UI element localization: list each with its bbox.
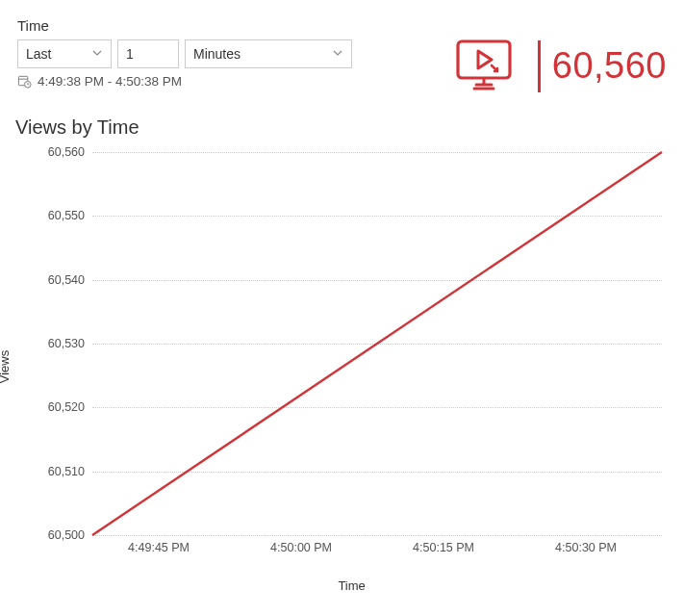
count-value: 1: [126, 46, 134, 62]
time-range-line: 4:49:38 PM - 4:50:38 PM: [17, 74, 352, 89]
line-series: [37, 144, 666, 568]
range-mode-value: Last: [26, 46, 51, 62]
time-range-text: 4:49:38 PM - 4:50:38 PM: [38, 74, 182, 89]
range-mode-select[interactable]: Last: [17, 39, 112, 68]
metric-divider: [538, 40, 541, 92]
chevron-down-icon: [91, 46, 103, 62]
chart: Views Time 60,50060,51060,52060,53060,54…: [12, 141, 666, 593]
calendar-clock-icon: [17, 74, 32, 89]
metric-card: 60,560: [453, 37, 667, 95]
plot-area: 60,50060,51060,52060,53060,54060,55060,5…: [37, 144, 666, 568]
time-filter: Time Last 1 Minutes: [17, 17, 352, 89]
count-input[interactable]: 1: [117, 39, 179, 68]
video-monitor-icon: [453, 37, 528, 95]
svg-rect-3: [458, 41, 510, 78]
time-label: Time: [17, 17, 352, 34]
unit-value: Minutes: [193, 46, 241, 62]
x-axis-label: Time: [338, 578, 365, 593]
chart-title: Views by Time: [15, 116, 667, 139]
chevron-down-icon: [332, 46, 343, 62]
time-selectors: Last 1 Minutes: [17, 39, 352, 68]
metric-value: 60,560: [552, 45, 667, 87]
y-axis-label: Views: [0, 350, 12, 383]
unit-select[interactable]: Minutes: [185, 39, 352, 68]
